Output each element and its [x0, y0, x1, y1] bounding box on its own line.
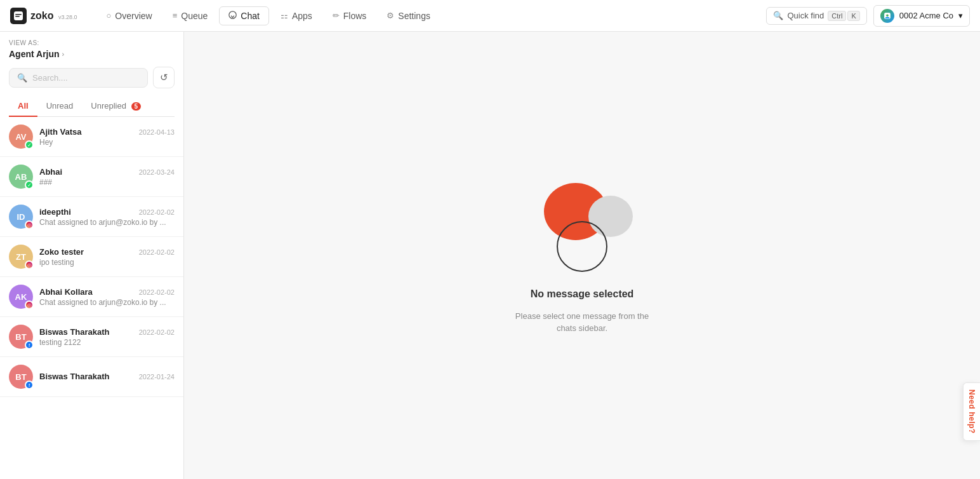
nav-flows[interactable]: ✏ Flows: [324, 7, 376, 25]
search-row: 🔍 Search.... ↺: [9, 67, 175, 88]
chat-list: AV ✓ Ajith Vatsa 2022-04-13 Hey AB ✓ Abh…: [0, 117, 183, 479]
chat-item[interactable]: ZT ◎ Zoko tester 2022-02-02 ipo testing: [0, 237, 183, 277]
filter-button[interactable]: ↺: [153, 67, 175, 88]
chat-item[interactable]: AV ✓ Ajith Vatsa 2022-04-13 Hey: [0, 117, 183, 157]
nav-overview[interactable]: ○ Overview: [97, 7, 161, 25]
avatar-wrap: BT f: [9, 325, 33, 349]
chat-item[interactable]: AK ◎ Abhai Kollara 2022-02-02 Chat assig…: [0, 277, 183, 317]
tabs-row: All Unread Unreplied 5: [9, 96, 175, 117]
svg-point-4: [886, 14, 889, 17]
chat-name: Ajith Vatsa: [39, 127, 81, 137]
quick-find-button[interactable]: 🔍 Quick find Ctrl K: [766, 7, 866, 25]
logo-text: zoko: [30, 10, 53, 21]
sidebar-header: VIEW AS: Agent Arjun › 🔍 Search.... ↺ Al…: [0, 32, 183, 117]
tab-unread-label: Unread: [46, 101, 74, 111]
chat-date: 2022-04-13: [139, 128, 175, 136]
topnav-right: 🔍 Quick find Ctrl K 0002 Acme Co ▾: [766, 5, 970, 27]
nav-apps[interactable]: ⚏ Apps: [272, 7, 321, 25]
nav-chat[interactable]: Chat: [219, 6, 269, 25]
logo-version: v3.28.0: [58, 14, 77, 20]
chat-info: Abhai Kollara 2022-02-02 Chat assigned t…: [39, 287, 175, 307]
chat-info: Zoko tester 2022-02-02 ipo testing: [39, 247, 175, 267]
logo[interactable]: zoko v3.28.0: [10, 8, 77, 24]
chat-item[interactable]: AB ✓ Abhai 2022-03-24 ###: [0, 157, 183, 197]
avatar-wrap: AB ✓: [9, 165, 33, 189]
chat-name-row: Zoko tester 2022-02-02: [39, 247, 175, 257]
chat-name-row: Abhai 2022-03-24: [39, 167, 175, 177]
need-help-button[interactable]: Need help?: [963, 382, 980, 441]
bubble-outline: [557, 221, 607, 272]
workspace-chevron-icon: ▾: [958, 11, 963, 20]
chat-date: 2022-02-02: [139, 208, 175, 216]
chat-date: 2022-02-02: [139, 288, 175, 296]
chat-name-row: Ajith Vatsa 2022-04-13: [39, 127, 175, 137]
chat-info: Biswas Tharakath 2022-01-24: [39, 372, 175, 382]
chat-name-row: Abhai Kollara 2022-02-02: [39, 287, 175, 297]
search-input[interactable]: 🔍 Search....: [9, 68, 148, 88]
nav-flows-label: Flows: [343, 11, 367, 21]
empty-state: No message selected Please select one me…: [515, 177, 649, 335]
chat-date: 2022-02-02: [139, 328, 175, 336]
k-key: K: [847, 11, 859, 21]
instagram-badge: ◎: [25, 220, 34, 229]
nav-apps-label: Apps: [292, 11, 312, 21]
chat-item[interactable]: BT f Biswas Tharakath 2022-02-02 testing…: [0, 317, 183, 357]
avatar-wrap: ID ◎: [9, 205, 33, 229]
workspace-avatar: [880, 9, 894, 23]
chat-info: Abhai 2022-03-24 ###: [39, 167, 175, 187]
workspace-button[interactable]: 0002 Acme Co ▾: [873, 5, 970, 27]
nav-chat-label: Chat: [241, 11, 260, 21]
nav-queue-label: Queue: [181, 11, 208, 21]
chat-name-row: Biswas Tharakath 2022-01-24: [39, 372, 175, 381]
chat-icon: [228, 11, 237, 21]
tab-unreplied-label: Unreplied: [91, 101, 126, 111]
logo-icon: [10, 8, 27, 24]
queue-icon: ≡: [173, 11, 178, 20]
agent-name-row[interactable]: Agent Arjun ›: [9, 49, 175, 59]
sidebar: VIEW AS: Agent Arjun › 🔍 Search.... ↺ Al…: [0, 32, 184, 479]
filter-icon: ↺: [160, 72, 168, 83]
body-layout: VIEW AS: Agent Arjun › 🔍 Search.... ↺ Al…: [0, 32, 980, 479]
tab-unreplied[interactable]: Unreplied 5: [82, 96, 150, 117]
chat-name: Biswas Tharakath: [39, 372, 110, 381]
avatar-wrap: ZT ◎: [9, 245, 33, 269]
chat-name: Zoko tester: [39, 247, 84, 257]
main-content: No message selected Please select one me…: [184, 32, 980, 479]
chat-preview: ###: [39, 178, 175, 187]
chat-info: ideepthi 2022-02-02 Chat assigned to arj…: [39, 207, 175, 227]
chat-name: Abhai: [39, 167, 62, 177]
topnav: zoko v3.28.0 ○ Overview ≡ Queue Chat ⚏ A…: [0, 0, 980, 32]
agent-name: Agent Arjun: [9, 49, 60, 59]
chat-preview: Chat assigned to arjun@zoko.io by ...: [39, 218, 175, 227]
chat-preview: testing 2122: [39, 338, 175, 347]
flows-icon: ✏: [333, 11, 340, 20]
keyboard-shortcut: Ctrl K: [828, 11, 859, 21]
chat-date: 2022-01-24: [139, 373, 175, 381]
instagram-badge: ◎: [25, 260, 34, 269]
chat-name-row: ideepthi 2022-02-02: [39, 207, 175, 217]
ctrl-key: Ctrl: [828, 11, 846, 21]
chat-name: Biswas Tharakath: [39, 327, 110, 337]
empty-illustration: [531, 177, 633, 278]
chat-preview: Hey: [39, 138, 175, 147]
svg-rect-1: [15, 14, 22, 15]
chat-name: Abhai Kollara: [39, 287, 93, 297]
avatar-wrap: AK ◎: [9, 285, 33, 309]
tab-unread[interactable]: Unread: [37, 96, 83, 117]
empty-subtitle: Please select one message from thechats …: [515, 310, 649, 335]
nav-settings[interactable]: ⚙ Settings: [378, 7, 439, 25]
tab-all[interactable]: All: [9, 96, 37, 117]
chat-item[interactable]: BT f Biswas Tharakath 2022-01-24: [0, 357, 183, 397]
tab-all-label: All: [18, 101, 29, 111]
chat-item[interactable]: ID ◎ ideepthi 2022-02-02 Chat assigned t…: [0, 197, 183, 237]
quick-find-label: Quick find: [787, 11, 824, 20]
search-placeholder: Search....: [32, 73, 68, 83]
nav-queue[interactable]: ≡ Queue: [164, 7, 217, 25]
tab-unreplied-badge: 5: [131, 102, 142, 111]
whatsapp-badge: ✓: [25, 140, 34, 149]
chat-preview: Chat assigned to arjun@zoko.io by ...: [39, 298, 175, 307]
chat-info: Biswas Tharakath 2022-02-02 testing 2122: [39, 327, 175, 347]
avatar-wrap: BT f: [9, 365, 33, 389]
chat-date: 2022-03-24: [139, 168, 175, 176]
chat-name: ideepthi: [39, 207, 71, 217]
